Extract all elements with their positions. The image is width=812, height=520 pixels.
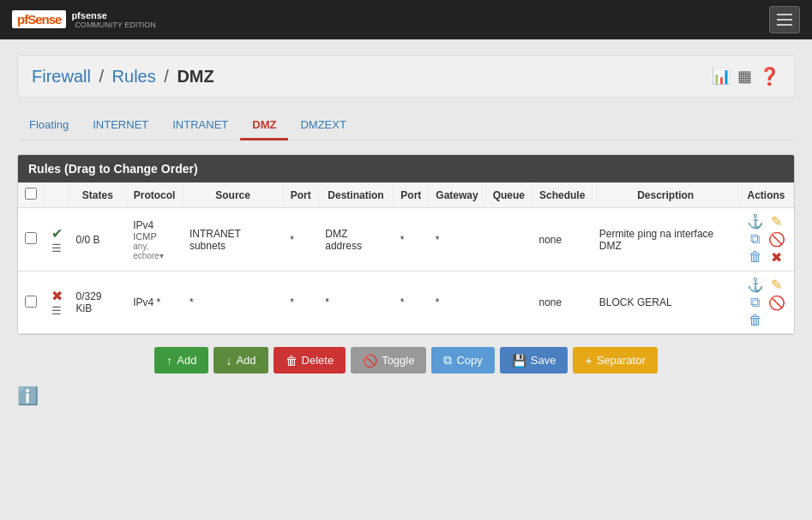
nav-toggle-button[interactable] <box>769 6 800 33</box>
add-bottom-icon: ↓ <box>226 354 232 368</box>
add-top-icon: ↑ <box>166 354 172 368</box>
row2-protocol: IPv4 * <box>126 272 183 334</box>
row2-status: ✖ ☰ <box>45 272 69 334</box>
row1-port-src: * <box>283 208 318 272</box>
row2-schedule: none <box>532 272 592 334</box>
logo-sense: Sense <box>27 12 61 27</box>
tabs: Floating INTERNET INTRANET DMZ DMZEXT <box>17 111 795 140</box>
row2-description: BLOCK GERAL <box>592 272 739 334</box>
row2-clone-icon[interactable]: ⧉ <box>745 295 765 311</box>
row1-icmp-types: any,echore▾ <box>133 242 176 260</box>
row2-checkbox[interactable] <box>25 296 37 308</box>
select-all-checkbox[interactable] <box>25 188 37 200</box>
breadcrumb-sep-2: / <box>164 67 169 86</box>
row1-rules-icon: ☰ <box>51 242 63 254</box>
col-description: Description <box>592 182 739 208</box>
chart-icon[interactable]: 📊 <box>712 67 731 86</box>
col-destination: Destination <box>318 182 394 208</box>
row2-check <box>18 272 45 334</box>
row2-edit-icon[interactable]: ✎ <box>767 277 786 293</box>
row1-clone-icon[interactable]: ⧉ <box>745 231 765 248</box>
row1-port-dst: * <box>394 208 429 272</box>
hamburger-line-1 <box>777 14 792 15</box>
list-icon[interactable]: ▦ <box>737 67 752 86</box>
tab-dmzext[interactable]: DMZEXT <box>288 111 358 140</box>
save-button[interactable]: 💾 Save <box>500 347 568 374</box>
help-icon[interactable]: ❓ <box>759 66 780 87</box>
row2-source: * <box>183 272 283 334</box>
separator-button[interactable]: + Separator <box>573 347 657 374</box>
col-schedule: Schedule <box>532 182 592 208</box>
delete-button[interactable]: 🗑 Delete <box>274 347 346 374</box>
brand: pfSense pfsense COMMUNITY EDITION <box>12 10 156 30</box>
row1-source: INTRANET subnets <box>183 208 283 272</box>
row1-states: 0/0 B <box>69 208 127 272</box>
row1-move-icon[interactable]: ⚓ <box>745 213 765 230</box>
row1-destination: DMZ address <box>318 208 394 272</box>
toggle-label: Toggle <box>382 354 414 367</box>
row2-gateway: * <box>429 272 485 334</box>
table-title: Rules (Drag to Change Order) <box>18 155 794 182</box>
row2-queue <box>485 272 532 334</box>
row1-delete-icon[interactable]: ✖ <box>767 249 786 266</box>
info-icon[interactable]: ℹ️ <box>17 386 39 405</box>
row1-disable-icon[interactable]: 🚫 <box>767 231 786 248</box>
breadcrumb-rules[interactable]: Rules <box>112 67 156 86</box>
tab-dmz[interactable]: DMZ <box>240 111 288 140</box>
copy-icon: ⧉ <box>443 353 452 368</box>
breadcrumb-sep-1: / <box>99 67 104 86</box>
logo: pfSense <box>12 10 66 28</box>
add-bottom-button[interactable]: ↓ Add <box>214 347 268 374</box>
table-body: ✔ ☰ 0/0 B IPv4 ICMP any,echore▾ INTRANET… <box>18 208 794 334</box>
row1-protocol: IPv4 ICMP any,echore▾ <box>126 208 183 272</box>
breadcrumb-dmz: DMZ <box>177 67 214 86</box>
copy-label: Copy <box>456 354 482 367</box>
row1-enabled-icon: ✔ <box>51 225 63 242</box>
tab-intranet[interactable]: INTRANET <box>160 111 240 140</box>
hamburger-line-2 <box>777 19 792 21</box>
table-head: States Protocol Source Port Destination … <box>18 182 794 208</box>
row1-protocol-sub: ICMP <box>133 231 176 242</box>
edition-text: COMMUNITY EDITION <box>75 21 155 30</box>
col-gateway: Gateway <box>429 182 485 208</box>
tab-floating[interactable]: Floating <box>17 111 81 140</box>
row2-actions: ⚓ ✎ ⧉ 🚫 🗑 <box>738 272 793 334</box>
row2-trash-icon[interactable]: 🗑 <box>745 313 765 328</box>
info-area: ℹ️ <box>17 386 795 406</box>
row2-protocol-main: IPv4 * <box>133 296 176 308</box>
navbar: pfSense pfsense COMMUNITY EDITION <box>0 0 812 39</box>
row1-description: Permite ping na interface DMZ <box>592 208 739 272</box>
save-icon: 💾 <box>512 354 526 368</box>
row1-actions: ⚓ ✎ ⧉ 🚫 🗑 ✖ <box>738 208 793 272</box>
separator-icon: + <box>585 354 592 368</box>
row2-move-icon[interactable]: ⚓ <box>745 277 765 293</box>
row1-edit-icon[interactable]: ✎ <box>767 213 786 230</box>
col-source: Source <box>183 182 283 208</box>
row1-protocol-main: IPv4 <box>133 219 176 231</box>
row2-destination: * <box>318 272 394 334</box>
toggle-icon: 🚫 <box>363 354 377 368</box>
row2-disabled-icon: ✖ <box>51 288 63 304</box>
col-states: States <box>69 182 127 208</box>
col-port-dst: Port <box>394 182 429 208</box>
separator-label: Separator <box>597 354 646 367</box>
rules-table: States Protocol Source Port Destination … <box>18 182 794 334</box>
save-label: Save <box>531 354 556 367</box>
tab-internet[interactable]: INTERNET <box>81 111 160 140</box>
col-protocol: Protocol <box>126 182 183 208</box>
breadcrumb: Firewall / Rules / DMZ 📊 ▦ ❓ <box>17 55 795 98</box>
add-top-label: Add <box>177 354 196 367</box>
row2-disable-icon[interactable]: 🚫 <box>767 295 786 311</box>
add-top-button[interactable]: ↑ Add <box>154 347 208 374</box>
row1-gateway: * <box>429 208 485 272</box>
breadcrumb-icons: 📊 ▦ ❓ <box>712 66 780 87</box>
row2-rules-icon: ☰ <box>51 304 63 317</box>
breadcrumb-firewall[interactable]: Firewall <box>32 67 91 86</box>
col-status <box>45 182 69 208</box>
toggle-button[interactable]: 🚫 Toggle <box>351 347 426 374</box>
content-area: Firewall / Rules / DMZ 📊 ▦ ❓ Floating IN… <box>0 39 812 421</box>
row1-trash-icon[interactable]: 🗑 <box>745 249 765 266</box>
copy-button[interactable]: ⧉ Copy <box>431 347 494 374</box>
row1-checkbox[interactable] <box>25 232 37 244</box>
delete-label: Delete <box>302 354 334 367</box>
